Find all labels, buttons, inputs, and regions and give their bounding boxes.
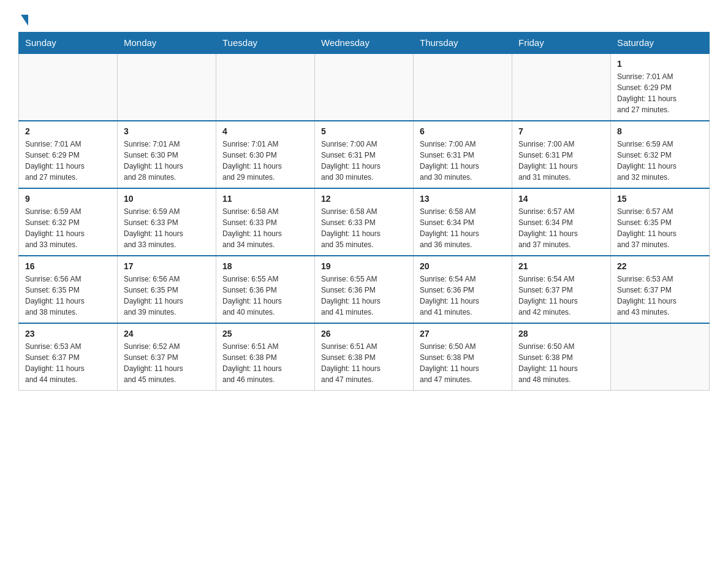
calendar-cell: 26Sunrise: 6:51 AM Sunset: 6:38 PM Dayli… bbox=[315, 323, 414, 391]
day-info: Sunrise: 6:54 AM Sunset: 6:36 PM Dayligh… bbox=[420, 274, 506, 318]
day-info: Sunrise: 6:52 AM Sunset: 6:37 PM Dayligh… bbox=[124, 341, 210, 385]
calendar-cell: 24Sunrise: 6:52 AM Sunset: 6:37 PM Dayli… bbox=[118, 323, 216, 391]
weekday-header-saturday: Saturday bbox=[611, 33, 710, 54]
day-info: Sunrise: 6:59 AM Sunset: 6:33 PM Dayligh… bbox=[124, 206, 210, 250]
day-number: 20 bbox=[420, 261, 506, 271]
day-number: 2 bbox=[25, 126, 111, 136]
day-info: Sunrise: 6:53 AM Sunset: 6:37 PM Dayligh… bbox=[25, 341, 111, 385]
day-number: 14 bbox=[518, 194, 604, 204]
day-info: Sunrise: 6:57 AM Sunset: 6:35 PM Dayligh… bbox=[617, 206, 703, 250]
calendar-cell: 3Sunrise: 7:01 AM Sunset: 6:30 PM Daylig… bbox=[118, 121, 216, 188]
calendar-cell: 25Sunrise: 6:51 AM Sunset: 6:38 PM Dayli… bbox=[216, 323, 315, 391]
calendar-cell: 28Sunrise: 6:50 AM Sunset: 6:38 PM Dayli… bbox=[512, 323, 611, 391]
day-info: Sunrise: 6:51 AM Sunset: 6:38 PM Dayligh… bbox=[222, 341, 308, 385]
day-info: Sunrise: 6:51 AM Sunset: 6:38 PM Dayligh… bbox=[321, 341, 407, 385]
day-number: 7 bbox=[518, 126, 604, 136]
calendar-cell bbox=[315, 53, 414, 121]
day-info: Sunrise: 6:58 AM Sunset: 6:33 PM Dayligh… bbox=[321, 206, 407, 250]
calendar-cell: 20Sunrise: 6:54 AM Sunset: 6:36 PM Dayli… bbox=[414, 256, 512, 323]
day-number: 3 bbox=[124, 126, 210, 136]
day-number: 16 bbox=[25, 261, 111, 271]
day-info: Sunrise: 7:01 AM Sunset: 6:29 PM Dayligh… bbox=[25, 139, 111, 183]
calendar-cell: 23Sunrise: 6:53 AM Sunset: 6:37 PM Dayli… bbox=[19, 323, 118, 391]
day-number: 1 bbox=[617, 59, 703, 69]
calendar-cell bbox=[19, 53, 118, 121]
weekday-header-thursday: Thursday bbox=[414, 33, 512, 54]
day-info: Sunrise: 7:00 AM Sunset: 6:31 PM Dayligh… bbox=[518, 139, 604, 183]
day-info: Sunrise: 7:01 AM Sunset: 6:30 PM Dayligh… bbox=[222, 139, 308, 183]
calendar-cell bbox=[414, 53, 512, 121]
day-number: 8 bbox=[617, 126, 703, 136]
calendar-cell: 8Sunrise: 6:59 AM Sunset: 6:32 PM Daylig… bbox=[611, 121, 710, 188]
day-number: 22 bbox=[617, 261, 703, 271]
calendar-cell bbox=[216, 53, 315, 121]
calendar-cell bbox=[118, 53, 216, 121]
day-number: 10 bbox=[124, 194, 210, 204]
calendar-week-row: 16Sunrise: 6:56 AM Sunset: 6:35 PM Dayli… bbox=[19, 256, 710, 323]
calendar-cell: 15Sunrise: 6:57 AM Sunset: 6:35 PM Dayli… bbox=[611, 188, 710, 256]
calendar-cell: 10Sunrise: 6:59 AM Sunset: 6:33 PM Dayli… bbox=[118, 188, 216, 256]
calendar-cell: 2Sunrise: 7:01 AM Sunset: 6:29 PM Daylig… bbox=[19, 121, 118, 188]
weekday-header-tuesday: Tuesday bbox=[216, 33, 315, 54]
calendar-table: SundayMondayTuesdayWednesdayThursdayFrid… bbox=[18, 32, 710, 391]
calendar-cell: 7Sunrise: 7:00 AM Sunset: 6:31 PM Daylig… bbox=[512, 121, 611, 188]
day-number: 24 bbox=[124, 329, 210, 339]
day-number: 15 bbox=[617, 194, 703, 204]
weekday-header-row: SundayMondayTuesdayWednesdayThursdayFrid… bbox=[19, 33, 710, 54]
calendar-cell: 12Sunrise: 6:58 AM Sunset: 6:33 PM Dayli… bbox=[315, 188, 414, 256]
day-number: 19 bbox=[321, 261, 407, 271]
calendar-cell: 11Sunrise: 6:58 AM Sunset: 6:33 PM Dayli… bbox=[216, 188, 315, 256]
day-info: Sunrise: 6:59 AM Sunset: 6:32 PM Dayligh… bbox=[617, 139, 703, 183]
day-number: 27 bbox=[420, 329, 506, 339]
calendar-cell: 19Sunrise: 6:55 AM Sunset: 6:36 PM Dayli… bbox=[315, 256, 414, 323]
day-info: Sunrise: 6:55 AM Sunset: 6:36 PM Dayligh… bbox=[321, 274, 407, 318]
calendar-cell: 1Sunrise: 7:01 AM Sunset: 6:29 PM Daylig… bbox=[611, 53, 710, 121]
calendar-cell: 18Sunrise: 6:55 AM Sunset: 6:36 PM Dayli… bbox=[216, 256, 315, 323]
day-info: Sunrise: 6:50 AM Sunset: 6:38 PM Dayligh… bbox=[420, 341, 506, 385]
day-number: 4 bbox=[222, 126, 308, 136]
day-number: 26 bbox=[321, 329, 407, 339]
calendar-cell: 27Sunrise: 6:50 AM Sunset: 6:38 PM Dayli… bbox=[414, 323, 512, 391]
day-number: 18 bbox=[222, 261, 308, 271]
day-number: 21 bbox=[518, 261, 604, 271]
calendar-week-row: 1Sunrise: 7:01 AM Sunset: 6:29 PM Daylig… bbox=[19, 53, 710, 121]
calendar-cell: 17Sunrise: 6:56 AM Sunset: 6:35 PM Dayli… bbox=[118, 256, 216, 323]
day-number: 25 bbox=[222, 329, 308, 339]
day-info: Sunrise: 6:58 AM Sunset: 6:34 PM Dayligh… bbox=[420, 206, 506, 250]
calendar-cell: 22Sunrise: 6:53 AM Sunset: 6:37 PM Dayli… bbox=[611, 256, 710, 323]
page-header bbox=[18, 12, 710, 26]
weekday-header-wednesday: Wednesday bbox=[315, 33, 414, 54]
weekday-header-friday: Friday bbox=[512, 33, 611, 54]
day-info: Sunrise: 7:00 AM Sunset: 6:31 PM Dayligh… bbox=[321, 139, 407, 183]
day-number: 12 bbox=[321, 194, 407, 204]
day-info: Sunrise: 6:59 AM Sunset: 6:32 PM Dayligh… bbox=[25, 206, 111, 250]
weekday-header-sunday: Sunday bbox=[19, 33, 118, 54]
day-info: Sunrise: 6:53 AM Sunset: 6:37 PM Dayligh… bbox=[617, 274, 703, 318]
calendar-cell bbox=[512, 53, 611, 121]
day-number: 13 bbox=[420, 194, 506, 204]
day-number: 6 bbox=[420, 126, 506, 136]
calendar-cell: 13Sunrise: 6:58 AM Sunset: 6:34 PM Dayli… bbox=[414, 188, 512, 256]
calendar-week-row: 9Sunrise: 6:59 AM Sunset: 6:32 PM Daylig… bbox=[19, 188, 710, 256]
day-number: 28 bbox=[518, 329, 604, 339]
day-info: Sunrise: 6:56 AM Sunset: 6:35 PM Dayligh… bbox=[124, 274, 210, 318]
day-number: 9 bbox=[25, 194, 111, 204]
logo bbox=[18, 12, 28, 26]
day-number: 23 bbox=[25, 329, 111, 339]
calendar-week-row: 2Sunrise: 7:01 AM Sunset: 6:29 PM Daylig… bbox=[19, 121, 710, 188]
day-number: 5 bbox=[321, 126, 407, 136]
day-info: Sunrise: 6:50 AM Sunset: 6:38 PM Dayligh… bbox=[518, 341, 604, 385]
calendar-cell: 9Sunrise: 6:59 AM Sunset: 6:32 PM Daylig… bbox=[19, 188, 118, 256]
day-info: Sunrise: 7:01 AM Sunset: 6:29 PM Dayligh… bbox=[617, 71, 703, 115]
weekday-header-monday: Monday bbox=[118, 33, 216, 54]
day-info: Sunrise: 7:00 AM Sunset: 6:31 PM Dayligh… bbox=[420, 139, 506, 183]
day-number: 11 bbox=[222, 194, 308, 204]
calendar-cell: 4Sunrise: 7:01 AM Sunset: 6:30 PM Daylig… bbox=[216, 121, 315, 188]
day-number: 17 bbox=[124, 261, 210, 271]
day-info: Sunrise: 6:54 AM Sunset: 6:37 PM Dayligh… bbox=[518, 274, 604, 318]
calendar-cell: 21Sunrise: 6:54 AM Sunset: 6:37 PM Dayli… bbox=[512, 256, 611, 323]
day-info: Sunrise: 6:56 AM Sunset: 6:35 PM Dayligh… bbox=[25, 274, 111, 318]
calendar-cell: 16Sunrise: 6:56 AM Sunset: 6:35 PM Dayli… bbox=[19, 256, 118, 323]
calendar-cell: 6Sunrise: 7:00 AM Sunset: 6:31 PM Daylig… bbox=[414, 121, 512, 188]
logo-arrow-icon bbox=[21, 15, 28, 26]
